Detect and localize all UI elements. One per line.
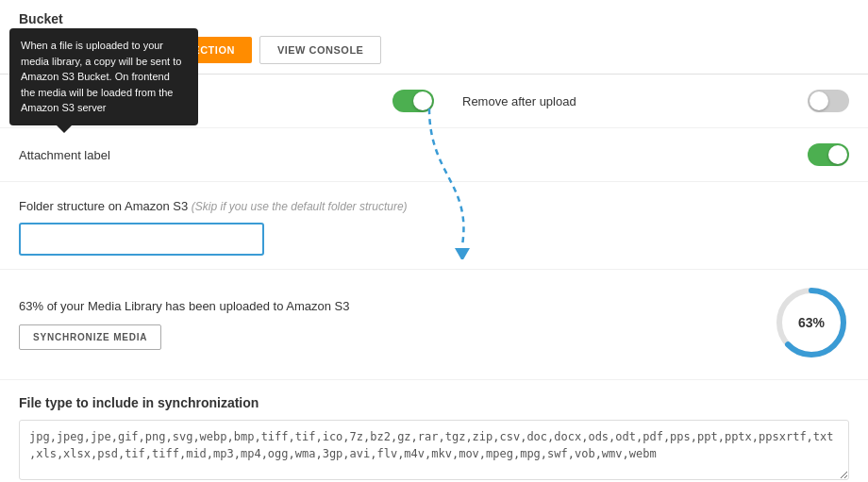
sync-media-button[interactable]: SYNCHRONIZE MEDIA [19, 324, 161, 350]
main-content: Copy to Amazon S3 Remove after upload At… [0, 75, 868, 482]
page-container: Bucket BUCKET SETTINGS AND SELECTION VIE… [0, 0, 868, 482]
folder-section: Folder structure on Amazon S3 (Skip if y… [0, 182, 868, 270]
progress-section: 63% of your Media Library has been uploa… [0, 270, 868, 380]
progress-text: 63% of your Media Library has been uploa… [19, 299, 745, 313]
attachment-label-toggle[interactable] [808, 143, 849, 166]
attachment-label-row: Attachment label [0, 128, 868, 182]
tooltip-box: When a file is uploaded to your media li… [9, 28, 198, 125]
tooltip-text: When a file is uploaded to your media li… [21, 40, 181, 113]
folder-label-text: Folder structure on Amazon S3 [19, 199, 188, 213]
copy-s3-toggle[interactable] [392, 90, 434, 112]
folder-input[interactable] [19, 223, 264, 256]
folder-section-label: Folder structure on Amazon S3 (Skip if y… [19, 199, 849, 213]
remove-after-upload-toggle[interactable] [808, 90, 849, 112]
view-console-button[interactable]: VIEW CONSOLE [259, 36, 382, 64]
file-types-section: File type to include in synchronization … [0, 380, 868, 482]
remove-after-upload-label: Remove after upload [434, 94, 798, 108]
page-title: Bucket [19, 11, 849, 26]
svg-text:63%: 63% [798, 315, 826, 330]
file-types-textarea[interactable]: jpg,jpeg,jpe,gif,png,svg,webp,bmp,tiff,t… [19, 420, 849, 480]
progress-circle-container: 63% [774, 285, 849, 364]
folder-hint-text: (Skip if you use the default folder stru… [192, 200, 408, 213]
file-types-title: File type to include in synchronization [19, 395, 849, 410]
attachment-label-thumb [828, 145, 847, 164]
progress-left: 63% of your Media Library has been uploa… [19, 299, 745, 350]
attachment-label-text: Attachment label [19, 148, 798, 162]
copy-s3-thumb [413, 91, 432, 110]
attachment-label-left: Attachment label [19, 143, 849, 166]
remove-after-upload-thumb [810, 91, 828, 110]
remove-after-upload-right: Remove after upload [434, 90, 849, 112]
progress-circle: 63% [774, 285, 849, 360]
